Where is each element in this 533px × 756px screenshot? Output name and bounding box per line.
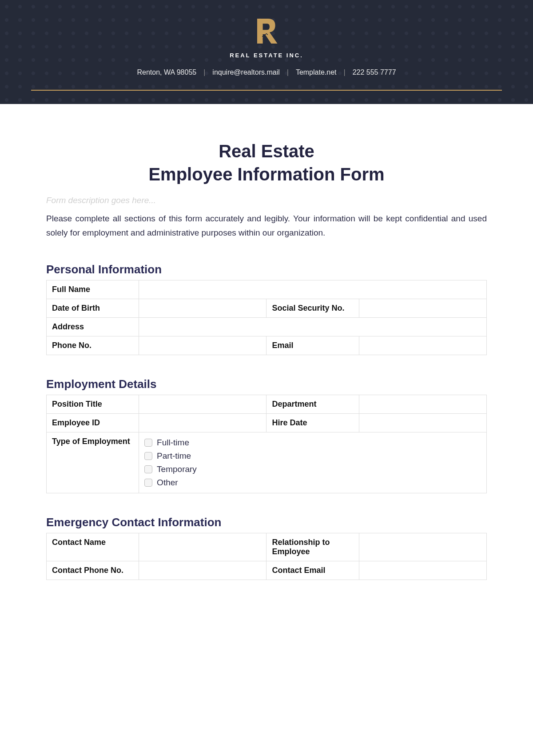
- divider: |: [287, 68, 289, 76]
- brand-name: REAL ESTATE INC.: [27, 52, 506, 59]
- form-instructions: Please complete all sections of this for…: [46, 212, 487, 240]
- checkbox-item-parttime[interactable]: Part-time: [144, 451, 481, 461]
- company-website: Template.net: [296, 68, 337, 76]
- divider: |: [344, 68, 346, 76]
- input-contact-name[interactable]: [139, 533, 266, 561]
- label-employee-id: Employee ID: [47, 413, 139, 432]
- personal-info-table: Full Name Date of Birth Social Security …: [46, 280, 487, 355]
- employment-details-table: Position Title Department Employee ID Hi…: [46, 395, 487, 493]
- input-address[interactable]: [139, 317, 487, 336]
- checkbox-item-temporary[interactable]: Temporary: [144, 464, 481, 474]
- input-contact-phone[interactable]: [139, 561, 266, 580]
- company-logo: [251, 16, 282, 47]
- input-employee-id[interactable]: [139, 413, 266, 432]
- input-relationship[interactable]: [359, 533, 486, 561]
- checkbox-icon: [144, 452, 152, 460]
- form-content: Real Estate Employee Information Form Fo…: [0, 104, 533, 598]
- input-email[interactable]: [359, 336, 486, 355]
- checkbox-label: Part-time: [157, 451, 191, 461]
- label-contact-name: Contact Name: [47, 533, 139, 561]
- title-line-1: Real Estate: [219, 141, 314, 161]
- label-phone: Phone No.: [47, 336, 139, 355]
- input-position[interactable]: [139, 395, 266, 413]
- company-address: Renton, WA 98055: [137, 68, 196, 76]
- input-dob[interactable]: [139, 299, 266, 317]
- divider: |: [203, 68, 205, 76]
- label-employment-type: Type of Employment: [47, 432, 139, 493]
- checkbox-icon: [144, 479, 152, 487]
- title-line-2: Employee Information Form: [148, 164, 384, 184]
- section-personal-title: Personal Information: [46, 263, 487, 276]
- checkbox-label: Other: [157, 478, 178, 488]
- label-email: Email: [266, 336, 359, 355]
- input-department[interactable]: [359, 395, 486, 413]
- checkbox-label: Full-time: [157, 438, 189, 448]
- company-email: inquire@realtors.mail: [212, 68, 279, 76]
- label-relationship: Relationship to Employee: [266, 533, 359, 561]
- section-emergency-title: Emergency Contact Information: [46, 516, 487, 529]
- label-department: Department: [266, 395, 359, 413]
- header-banner: REAL ESTATE INC. Renton, WA 98055 | inqu…: [0, 0, 533, 104]
- input-hire-date[interactable]: [359, 413, 486, 432]
- label-ssn: Social Security No.: [266, 299, 359, 317]
- section-employment-title: Employment Details: [46, 377, 487, 391]
- input-ssn[interactable]: [359, 299, 486, 317]
- checkbox-item-fulltime[interactable]: Full-time: [144, 438, 481, 448]
- checkbox-item-other[interactable]: Other: [144, 478, 481, 488]
- checkbox-icon: [144, 439, 152, 447]
- label-address: Address: [47, 317, 139, 336]
- input-phone[interactable]: [139, 336, 266, 355]
- header-divider: [31, 90, 502, 91]
- label-dob: Date of Birth: [47, 299, 139, 317]
- checkbox-label: Temporary: [157, 464, 197, 474]
- svg-rect-1: [265, 38, 267, 40]
- contact-info: Renton, WA 98055 | inquire@realtors.mail…: [27, 68, 506, 76]
- label-position: Position Title: [47, 395, 139, 413]
- input-contact-email[interactable]: [359, 561, 486, 580]
- svg-rect-0: [263, 38, 265, 40]
- form-title: Real Estate Employee Information Form: [46, 140, 487, 186]
- checkbox-icon: [144, 465, 152, 473]
- emergency-contact-table: Contact Name Relationship to Employee Co…: [46, 533, 487, 580]
- employment-type-options: Full-time Part-time Temporary Other: [139, 432, 487, 493]
- form-description-placeholder[interactable]: Form description goes here...: [46, 196, 487, 205]
- label-contact-phone: Contact Phone No.: [47, 561, 139, 580]
- label-full-name: Full Name: [47, 280, 139, 299]
- input-full-name[interactable]: [139, 280, 487, 299]
- label-hire-date: Hire Date: [266, 413, 359, 432]
- company-phone: 222 555 7777: [353, 68, 396, 76]
- label-contact-email: Contact Email: [266, 561, 359, 580]
